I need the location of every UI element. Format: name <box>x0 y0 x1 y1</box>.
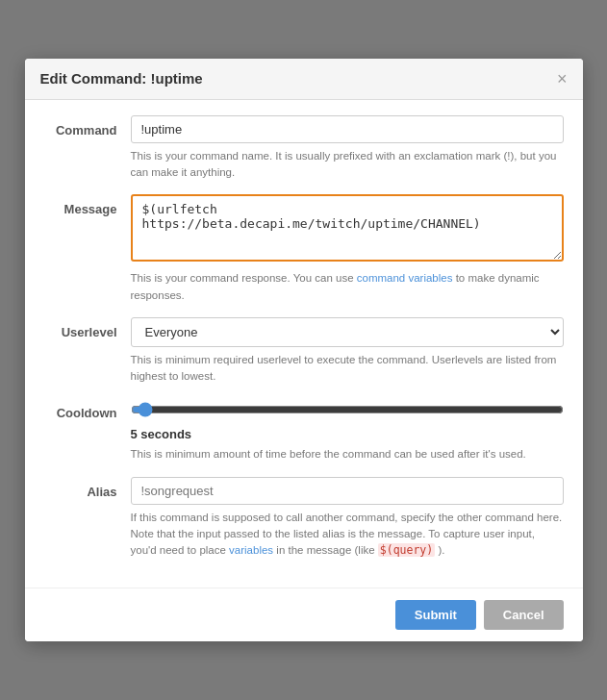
alias-help-3: ). <box>435 544 444 556</box>
cooldown-row: Cooldown 5 seconds This is minimum amoun… <box>44 398 564 462</box>
message-help: This is your command response. You can u… <box>131 270 564 304</box>
userlevel-field: Everyone Subscriber Regular Moderator Br… <box>131 317 564 386</box>
command-help: This is your command name. It is usually… <box>131 148 564 182</box>
command-row: Command This is your command name. It is… <box>44 115 564 182</box>
cooldown-slider[interactable] <box>131 402 564 417</box>
message-label: Message <box>44 194 131 216</box>
cancel-button[interactable]: Cancel <box>484 600 564 630</box>
alias-label: Alias <box>44 477 131 499</box>
close-button[interactable]: × <box>557 70 568 88</box>
alias-help-code: $(query) <box>378 543 435 557</box>
alias-help-2: in the message (like <box>273 544 378 556</box>
userlevel-help: This is minimum required userlevel to ex… <box>131 352 564 386</box>
alias-help: If this command is supposed to call anot… <box>131 510 564 560</box>
command-variables-link[interactable]: command variables <box>357 272 453 284</box>
modal-title: Edit Command: !uptime <box>40 70 203 87</box>
alias-row: Alias If this command is supposed to cal… <box>44 477 564 560</box>
submit-button[interactable]: Submit <box>395 600 476 630</box>
userlevel-label: Userlevel <box>44 317 131 339</box>
modal-header: Edit Command: !uptime × <box>25 59 583 100</box>
alias-variables-link[interactable]: variables <box>229 544 273 556</box>
message-row: Message This is your command response. Y… <box>44 194 564 304</box>
modal: Edit Command: !uptime × Command This is … <box>25 59 583 642</box>
message-field: This is your command response. You can u… <box>131 194 564 304</box>
alias-field: If this command is supposed to call anot… <box>131 477 564 560</box>
userlevel-row: Userlevel Everyone Subscriber Regular Mo… <box>44 317 564 386</box>
modal-footer: Submit Cancel <box>25 588 583 641</box>
cooldown-value: 5 seconds <box>131 427 564 441</box>
cooldown-label: Cooldown <box>44 398 131 420</box>
cooldown-field: 5 seconds This is minimum amount of time… <box>131 398 564 462</box>
alias-input[interactable] <box>131 477 564 505</box>
userlevel-select[interactable]: Everyone Subscriber Regular Moderator Br… <box>131 317 564 347</box>
message-help-before: This is your command response. You can u… <box>131 272 357 284</box>
modal-overlay: Edit Command: !uptime × Command This is … <box>0 0 607 700</box>
command-label: Command <box>44 115 131 138</box>
command-field: This is your command name. It is usually… <box>131 115 564 182</box>
cooldown-help: This is minimum amount of time before th… <box>131 446 564 462</box>
modal-body: Command This is your command name. It is… <box>25 100 583 588</box>
command-input[interactable] <box>131 115 564 143</box>
message-textarea[interactable] <box>131 194 564 262</box>
cooldown-slider-container <box>131 402 564 421</box>
